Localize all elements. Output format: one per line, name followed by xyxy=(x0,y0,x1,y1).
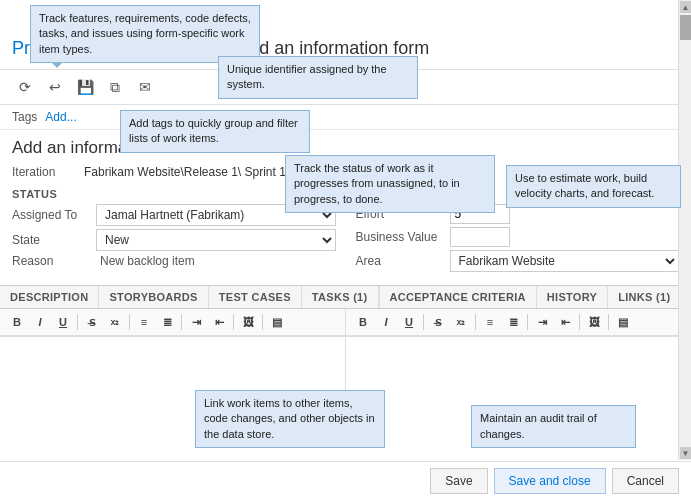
title-rest: Add an information form xyxy=(237,38,429,58)
underline-button-left[interactable]: U xyxy=(52,312,74,332)
indent-btn-right[interactable]: ⇥ xyxy=(531,312,553,332)
tabs-section: DESCRIPTION STORYBOARDS TEST CASES TASKS… xyxy=(0,285,691,397)
separator6 xyxy=(423,314,424,330)
content-right[interactable] xyxy=(346,337,691,397)
save-button[interactable]: Save xyxy=(430,468,487,494)
tab-storyboards[interactable]: STORYBOARDS xyxy=(99,286,208,308)
state-select[interactable]: New xyxy=(96,229,336,251)
underline-button-right[interactable]: U xyxy=(398,312,420,332)
reason-field: New backlog item xyxy=(96,254,336,268)
state-field: New xyxy=(96,229,336,251)
tags-row: Tags Add... xyxy=(0,105,691,130)
tab-history[interactable]: HISTORY xyxy=(537,286,608,308)
content-left[interactable] xyxy=(0,337,346,397)
callout-status: Track the status of work as it progresse… xyxy=(285,155,495,213)
separator5 xyxy=(262,314,263,330)
separator3 xyxy=(181,314,182,330)
outdent-btn-left[interactable]: ⇤ xyxy=(208,312,230,332)
italic-button-left[interactable]: I xyxy=(29,312,51,332)
save-as-button[interactable]: 💾 xyxy=(72,74,98,100)
state-row: State New xyxy=(12,229,336,251)
iteration-value: Fabrikam Website\Release 1\ Sprint 1 xyxy=(84,165,286,179)
callout-identifier: Unique identifier assigned by the system… xyxy=(218,56,418,99)
assigned-to-label: Assigned To xyxy=(12,208,92,222)
copy-button[interactable]: ⧉ xyxy=(102,74,128,100)
format-toolbars: B I U S̶ x₂ ≡ ≣ ⇥ ⇤ 🖼 ▤ B I U xyxy=(0,309,691,337)
format-toolbar-right: B I U S̶ x₂ ≡ ≣ ⇥ ⇤ 🖼 ▤ xyxy=(346,309,691,336)
image-btn-left[interactable]: 🖼 xyxy=(237,312,259,332)
area-field: Fabrikam Website xyxy=(450,250,680,272)
cancel-button[interactable]: Cancel xyxy=(612,468,679,494)
callout-tags: Add tags to quickly group and filter lis… xyxy=(120,110,310,153)
tags-label: Tags xyxy=(12,110,37,124)
tab-tasks[interactable]: TASKS (1) xyxy=(302,286,379,308)
subscript-btn-left[interactable]: x₂ xyxy=(104,312,126,332)
separator9 xyxy=(579,314,580,330)
bullet-list-btn-right[interactable]: ≡ xyxy=(479,312,501,332)
tab-test-cases[interactable]: TEST CASES xyxy=(209,286,302,308)
italic-button-right[interactable]: I xyxy=(375,312,397,332)
separator8 xyxy=(527,314,528,330)
area-label: Area xyxy=(356,254,446,268)
strikethrough-btn-right[interactable]: S̶ xyxy=(427,312,449,332)
area-row: Area Fabrikam Website xyxy=(356,250,680,272)
callout-workitem-types: Track features, requirements, code defec… xyxy=(30,5,260,63)
strikethrough-btn-left[interactable]: S̶ xyxy=(81,312,103,332)
indent-btn-left[interactable]: ⇥ xyxy=(185,312,207,332)
refresh-button[interactable]: ⟳ xyxy=(12,74,38,100)
business-value-input[interactable] xyxy=(450,227,510,247)
separator7 xyxy=(475,314,476,330)
email-button[interactable]: ✉ xyxy=(132,74,158,100)
reason-value: New backlog item xyxy=(96,252,199,270)
outdent-btn-right[interactable]: ⇤ xyxy=(554,312,576,332)
bullet-list-btn-left[interactable]: ≡ xyxy=(133,312,155,332)
iteration-label: Iteration xyxy=(12,165,72,179)
tab-acceptance-criteria[interactable]: ACCEPTANCE CRITERIA xyxy=(380,286,537,308)
action-bar: Save Save and close Cancel xyxy=(0,461,691,500)
callout-effort: Use to estimate work, build velocity cha… xyxy=(506,165,681,208)
format-toolbar-left: B I U S̶ x₂ ≡ ≣ ⇥ ⇤ 🖼 ▤ xyxy=(0,309,346,336)
save-close-button[interactable]: Save and close xyxy=(494,468,606,494)
separator1 xyxy=(77,314,78,330)
reason-row: Reason New backlog item xyxy=(12,254,336,268)
callout-links: Link work items to other items, code cha… xyxy=(195,390,385,448)
tab-description[interactable]: DESCRIPTION xyxy=(0,286,99,308)
numbered-list-btn-left[interactable]: ≣ xyxy=(156,312,178,332)
callout-history: Maintain an audit trail of changes. xyxy=(471,405,636,448)
undo-button[interactable]: ↩ xyxy=(42,74,68,100)
separator2 xyxy=(129,314,130,330)
main-container: ▲ ▼ Track features, requirements, code d… xyxy=(0,0,691,500)
subscript-btn-right[interactable]: x₂ xyxy=(450,312,472,332)
content-area xyxy=(0,337,691,397)
area-select[interactable]: Fabrikam Website xyxy=(450,250,680,272)
business-value-row: Business Value xyxy=(356,227,680,247)
bold-button-left[interactable]: B xyxy=(6,312,28,332)
numbered-list-btn-right[interactable]: ≣ xyxy=(502,312,524,332)
tags-value[interactable]: Add... xyxy=(45,110,76,124)
reason-label: Reason xyxy=(12,254,92,268)
tab-links[interactable]: LINKS (1) xyxy=(608,286,681,308)
more-btn-right[interactable]: ▤ xyxy=(612,312,634,332)
scrollbar[interactable]: ▲ ▼ xyxy=(678,0,691,460)
separator10 xyxy=(608,314,609,330)
more-btn-left[interactable]: ▤ xyxy=(266,312,288,332)
separator4 xyxy=(233,314,234,330)
business-value-label: Business Value xyxy=(356,230,446,244)
state-label: State xyxy=(12,233,92,247)
bold-button-right[interactable]: B xyxy=(352,312,374,332)
image-btn-right[interactable]: 🖼 xyxy=(583,312,605,332)
tabs-row: DESCRIPTION STORYBOARDS TEST CASES TASKS… xyxy=(0,286,691,309)
